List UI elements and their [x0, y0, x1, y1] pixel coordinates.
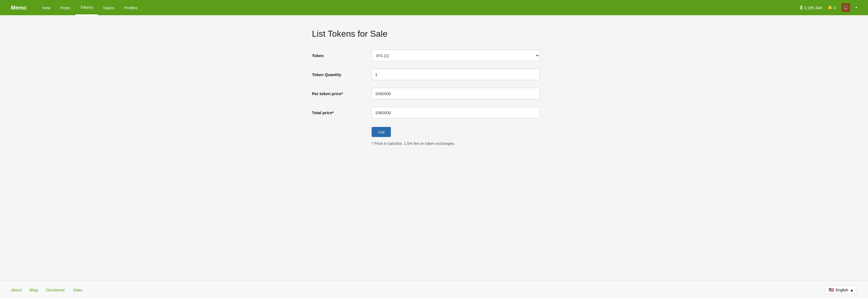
list-button[interactable]: List: [372, 127, 391, 137]
btc-icon: ₿: [800, 5, 802, 10]
token-label: Token: [312, 53, 372, 58]
nav-link-posts[interactable]: Posts: [55, 0, 75, 15]
total-price-label: Total price*: [312, 110, 372, 115]
bell-icon: 🔔: [828, 5, 833, 10]
nav-link-profiles[interactable]: Profiles: [119, 0, 143, 15]
footer-links: About Blog Disclaimer Stats: [11, 288, 82, 292]
notification-bell[interactable]: 🔔 0: [828, 5, 836, 10]
per-token-field-group: Per token price*: [312, 88, 556, 99]
nav-links: New Posts Tokens Topics Profiles: [37, 0, 143, 15]
navbar: Memo New Posts Tokens Topics Profiles ₿ …: [0, 0, 868, 15]
footer-link-about[interactable]: About: [11, 288, 22, 292]
notification-count: 0: [834, 5, 836, 10]
language-label: English: [836, 288, 848, 292]
footer-link-stats[interactable]: Stats: [73, 288, 82, 292]
quantity-label: Token Quantity: [312, 72, 372, 77]
nav-link-new[interactable]: New: [37, 0, 55, 15]
nav-link-topics[interactable]: Topics: [98, 0, 119, 15]
quantity-field-group: Token Quantity: [312, 69, 556, 80]
page-container: List Tokens for Sale Token IFS (1) Token…: [312, 29, 556, 146]
avatar-dropdown-arrow[interactable]: ▾: [856, 6, 857, 9]
per-token-input[interactable]: [372, 88, 540, 99]
balance-display: ₿ 3,195,348: [800, 5, 822, 10]
footer: About Blog Disclaimer Stats 🇺🇸 English ▲: [0, 280, 868, 299]
avatar[interactable]: 🐻: [841, 3, 850, 12]
brand[interactable]: Memo: [11, 5, 27, 11]
flag-icon: 🇺🇸: [829, 287, 834, 293]
main-content: List Tokens for Sale Token IFS (1) Token…: [0, 15, 868, 280]
total-price-field-group: Total price*: [312, 107, 556, 118]
language-selector[interactable]: 🇺🇸 English ▲: [825, 286, 857, 294]
nav-link-tokens[interactable]: Tokens: [75, 0, 98, 15]
footer-link-disclaimer[interactable]: Disclaimer: [46, 288, 65, 292]
per-token-label: Per token price*: [312, 91, 372, 96]
nav-right: ₿ 3,195,348 🔔 0 🐻 ▾: [800, 3, 857, 12]
footer-right: 🇺🇸 English ▲: [825, 286, 857, 294]
page-title: List Tokens for Sale: [312, 29, 556, 39]
quantity-input[interactable]: [372, 69, 540, 80]
form-note: * Price in satoshis. 1.5% fee on token e…: [372, 141, 556, 146]
footer-link-blog[interactable]: Blog: [30, 288, 38, 292]
language-dropdown-arrow: ▲: [850, 288, 854, 292]
total-price-input[interactable]: [372, 107, 540, 118]
token-select[interactable]: IFS (1): [372, 50, 540, 61]
balance-amount: 3,195,348: [804, 5, 822, 10]
token-field-group: Token IFS (1): [312, 50, 556, 61]
